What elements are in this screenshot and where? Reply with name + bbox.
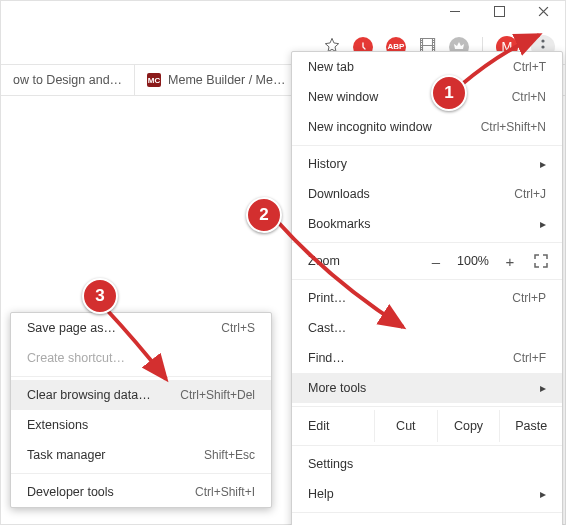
menu-new-window[interactable]: New window Ctrl+N [292,82,562,112]
menu-label: History [308,157,347,171]
fullscreen-icon[interactable] [530,250,552,272]
menu-shortcut: Shift+Esc [204,448,255,462]
tab-label: ow to Design and… [13,73,122,87]
menu-more-tools[interactable]: More tools ▸ [292,373,562,403]
separator [292,145,562,146]
separator [292,242,562,243]
menu-incognito[interactable]: New incognito window Ctrl+Shift+N [292,112,562,142]
chevron-right-icon: ▸ [540,381,546,395]
menu-shortcut: Ctrl+Shift+N [481,120,546,134]
browser-window: ABP 🎞 M ow to Design and… MC Meme Builde… [0,0,566,525]
step-badge-1: 1 [431,75,467,111]
window-controls [433,1,565,21]
separator [11,473,271,474]
menu-label: Developer tools [27,485,114,499]
menu-bookmarks[interactable]: Bookmarks ▸ [292,209,562,239]
menu-label: Bookmarks [308,217,371,231]
zoom-out-button[interactable]: – [422,253,450,270]
paste-button[interactable]: Paste [499,410,562,442]
step-badge-3: 3 [82,278,118,314]
menu-print[interactable]: Print… Ctrl+P [292,283,562,313]
chevron-right-icon: ▸ [540,157,546,171]
step-badge-2: 2 [246,197,282,233]
submenu-developer-tools[interactable]: Developer tools Ctrl+Shift+I [11,477,271,507]
tab-1[interactable]: ow to Design and… [1,65,135,95]
submenu-task-manager[interactable]: Task manager Shift+Esc [11,440,271,470]
menu-settings[interactable]: Settings [292,449,562,479]
menu-cast[interactable]: Cast… [292,313,562,343]
menu-shortcut: Ctrl+P [512,291,546,305]
menu-zoom: Zoom – 100% + [292,246,562,276]
menu-label: More tools [308,381,366,395]
tab-2[interactable]: MC Meme Builder / Me… [135,65,298,95]
menu-label: Task manager [27,448,106,462]
chevron-right-icon: ▸ [540,217,546,231]
menu-shortcut: Ctrl+N [512,90,546,104]
menu-label: Extensions [27,418,88,432]
menu-downloads[interactable]: Downloads Ctrl+J [292,179,562,209]
submenu-clear-browsing-data[interactable]: Clear browsing data… Ctrl+Shift+Del [11,380,271,410]
submenu-save-page[interactable]: Save page as… Ctrl+S [11,313,271,343]
menu-label: New incognito window [308,120,432,134]
zoom-in-button[interactable]: + [496,253,524,270]
tab-label: Meme Builder / Me… [168,73,285,87]
submenu-create-shortcut[interactable]: Create shortcut… [11,343,271,373]
menu-new-tab[interactable]: New tab Ctrl+T [292,52,562,82]
menu-help[interactable]: Help ▸ [292,479,562,509]
menu-shortcut: Ctrl+S [221,321,255,335]
menu-label: Help [308,487,334,501]
more-tools-submenu: Save page as… Ctrl+S Create shortcut… Cl… [10,312,272,508]
svg-point-0 [541,39,544,42]
separator [292,279,562,280]
separator [11,376,271,377]
zoom-label: Zoom [308,254,422,268]
chevron-right-icon: ▸ [540,487,546,501]
copy-button[interactable]: Copy [437,410,500,442]
menu-exit[interactable]: Exit [292,516,562,525]
menu-edit-row: Edit Cut Copy Paste [292,410,562,442]
minimize-button[interactable] [433,1,477,21]
menu-shortcut: Ctrl+T [513,60,546,74]
edit-label: Edit [308,419,374,433]
main-menu: New tab Ctrl+T New window Ctrl+N New inc… [291,51,563,525]
menu-label: Downloads [308,187,370,201]
separator [292,445,562,446]
menu-label: Cast… [308,321,346,335]
menu-label: Clear browsing data… [27,388,151,402]
menu-label: Print… [308,291,346,305]
menu-shortcut: Ctrl+F [513,351,546,365]
menu-label: Save page as… [27,321,116,335]
close-window-button[interactable] [521,1,565,21]
menu-label: Create shortcut… [27,351,125,365]
menu-label: Settings [308,457,353,471]
cut-button[interactable]: Cut [374,410,437,442]
zoom-value: 100% [450,254,496,268]
menu-label: New tab [308,60,354,74]
menu-shortcut: Ctrl+Shift+Del [180,388,255,402]
maximize-button[interactable] [477,1,521,21]
separator [292,512,562,513]
menu-label: New window [308,90,378,104]
separator [292,406,562,407]
submenu-extensions[interactable]: Extensions [11,410,271,440]
svg-point-1 [541,45,544,48]
menu-label: Find… [308,351,345,365]
menu-find[interactable]: Find… Ctrl+F [292,343,562,373]
favicon-icon: MC [147,73,161,87]
menu-shortcut: Ctrl+J [514,187,546,201]
menu-shortcut: Ctrl+Shift+I [195,485,255,499]
menu-history[interactable]: History ▸ [292,149,562,179]
